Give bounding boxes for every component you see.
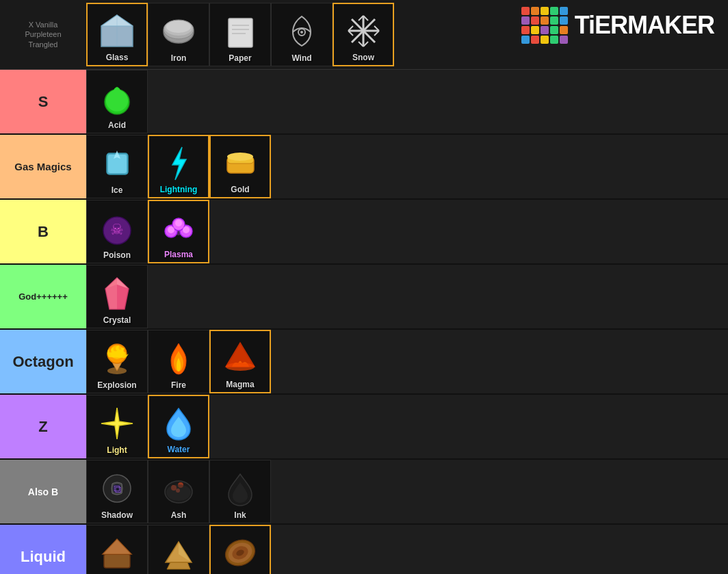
item-explosion[interactable]: Explosion xyxy=(86,330,148,393)
acid-label: Acid xyxy=(108,120,126,130)
fire-icon xyxy=(158,338,199,379)
light-icon xyxy=(96,403,138,444)
water-label: Water xyxy=(168,445,190,454)
svg-marker-54 xyxy=(101,408,133,439)
tier-row-liquid: Liquid Earth xyxy=(0,525,728,574)
item-ash[interactable]: Ash xyxy=(148,460,209,523)
svg-point-6 xyxy=(166,21,191,33)
item-snow[interactable]: Snow xyxy=(333,3,394,66)
ice-icon xyxy=(96,143,138,184)
item-fire[interactable]: Fire xyxy=(148,330,209,393)
plasma-icon xyxy=(158,207,199,248)
header-label: X VanillaPurpleteenTrangled xyxy=(0,17,86,52)
crystal-label: Crystal xyxy=(103,315,131,325)
item-acid[interactable]: Acid xyxy=(86,70,148,133)
tier-items-liquid: Earth Sand xyxy=(86,525,728,574)
iron-label: Iron xyxy=(171,53,187,63)
wind-icon xyxy=(281,11,322,52)
item-shadow[interactable]: ⧉ Shadow xyxy=(86,460,148,523)
light-label: Light xyxy=(107,445,127,455)
snow-icon xyxy=(343,10,384,51)
ash-icon xyxy=(158,468,199,509)
item-wood[interactable]: Wood xyxy=(209,525,271,574)
svg-point-40 xyxy=(168,226,174,233)
tier-row-b: B ☠ Poison xyxy=(0,200,728,265)
item-iron[interactable]: Iron xyxy=(148,3,209,66)
item-ice[interactable]: Ice xyxy=(86,135,148,198)
header-label-text: X VanillaPurpleteenTrangled xyxy=(25,20,61,49)
snow-label: Snow xyxy=(352,53,374,62)
tier-label-z: Z xyxy=(0,395,86,458)
logo-text: TiERMAKER xyxy=(575,11,714,40)
tier-items-godpp: Crystal xyxy=(86,265,728,328)
svg-point-26 xyxy=(106,90,128,112)
sand-icon xyxy=(158,533,199,574)
item-plasma[interactable]: Plasma xyxy=(148,200,209,263)
tier-items-b: ☠ Poison Pla xyxy=(86,200,728,263)
item-light[interactable]: Light xyxy=(86,395,148,458)
svg-point-12 xyxy=(300,31,303,34)
tier-items-octagon: Explosion Fire xyxy=(86,330,728,393)
gold-label: Gold xyxy=(231,185,249,194)
item-magma[interactable]: Magma xyxy=(209,330,271,393)
item-water[interactable]: Water xyxy=(148,395,209,458)
tier-list: X VanillaPurpleteenTrangled Glass xyxy=(0,0,728,574)
tier-row-z: Z Light Water xyxy=(0,395,728,460)
svg-point-53 xyxy=(226,363,255,371)
crystal-icon xyxy=(96,273,138,314)
earth-icon xyxy=(96,533,138,574)
tier-items-z: Light Water xyxy=(86,395,728,458)
item-earth[interactable]: Earth xyxy=(86,525,148,574)
ink-label: Ink xyxy=(234,510,246,520)
shadow-icon: ⧉ xyxy=(96,468,138,509)
gold-icon xyxy=(220,142,261,183)
acid-icon xyxy=(96,78,138,119)
lightning-label: Lightning xyxy=(160,185,198,194)
tier-items-alsob: ⧉ Shadow Ash xyxy=(86,460,728,523)
svg-point-33 xyxy=(227,153,253,161)
item-sand[interactable]: Sand xyxy=(148,525,209,574)
svg-point-42 xyxy=(175,220,182,226)
paper-icon xyxy=(220,11,261,52)
item-gold[interactable]: Gold xyxy=(209,135,271,198)
poison-icon: ☠ xyxy=(96,208,138,249)
poison-label: Poison xyxy=(103,250,131,260)
wood-icon xyxy=(220,532,261,573)
magma-icon xyxy=(220,337,261,378)
paper-label: Paper xyxy=(229,53,251,63)
glass-label: Glass xyxy=(106,53,129,62)
tier-label-alsob: Also B xyxy=(0,460,86,523)
svg-marker-64 xyxy=(103,539,131,554)
item-wind[interactable]: Wind xyxy=(271,3,333,66)
svg-text:☠: ☠ xyxy=(110,221,124,238)
magma-label: Magma xyxy=(226,380,254,389)
tier-label-s: S xyxy=(0,70,86,133)
explosion-icon xyxy=(96,338,138,379)
tier-items-s: Acid xyxy=(86,70,728,133)
svg-point-61 xyxy=(166,484,191,501)
ash-label: Ash xyxy=(171,510,187,520)
svg-marker-46 xyxy=(117,285,129,309)
svg-rect-7 xyxy=(229,18,252,47)
header-items: Glass Iron xyxy=(86,3,394,66)
water-icon xyxy=(158,402,199,443)
iron-icon xyxy=(158,11,199,52)
tier-label-b: B xyxy=(0,200,86,263)
tier-row-godpp: God++++++ Crystal xyxy=(0,265,728,330)
tier-label-liquid: Liquid xyxy=(0,525,86,574)
svg-marker-66 xyxy=(167,562,190,569)
item-poison[interactable]: ☠ Poison xyxy=(86,200,148,263)
item-glass[interactable]: Glass xyxy=(86,3,148,66)
tier-row-s: S Acid xyxy=(0,70,728,135)
explosion-label: Explosion xyxy=(97,380,136,390)
fire-label: Fire xyxy=(171,380,186,390)
item-crystal[interactable]: Crystal xyxy=(86,265,148,328)
wind-label: Wind xyxy=(291,53,311,63)
tiermaker-logo: TiERMAKER xyxy=(521,7,714,44)
item-paper[interactable]: Paper xyxy=(209,3,271,66)
item-lightning[interactable]: Lightning xyxy=(148,135,209,198)
tier-label-godpp: God++++++ xyxy=(0,265,86,328)
ice-label: Ice xyxy=(112,185,123,195)
item-ink[interactable]: Ink xyxy=(209,460,271,523)
ink-icon xyxy=(220,468,261,509)
